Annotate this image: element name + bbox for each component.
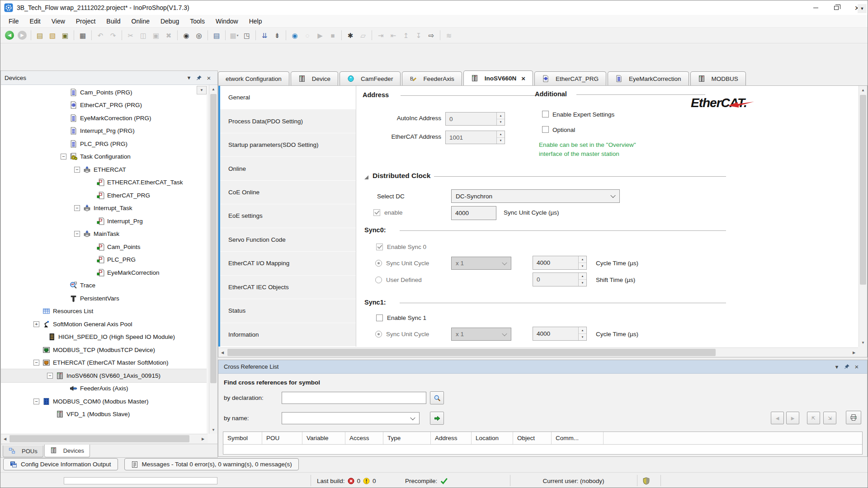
tree-vertical-scrollbar[interactable]: ▲ ▼ <box>209 85 217 434</box>
tree-item[interactable]: −MODBUS_COM0 (Modbus Master) <box>1 395 207 408</box>
spinner[interactable]: ▲▼ <box>496 113 505 125</box>
menu-tools[interactable]: Tools <box>184 16 210 27</box>
editor-tab-inosv660n[interactable]: InoSV660N× <box>463 70 533 85</box>
pin-icon[interactable] <box>842 362 852 371</box>
menu-build[interactable]: Build <box>101 16 126 27</box>
spinner[interactable]: ▲▼ <box>578 273 586 286</box>
scrollbar-thumb[interactable] <box>227 349 716 356</box>
tree-item[interactable]: −Interrupt_Task <box>1 202 207 215</box>
declaration-input[interactable] <box>282 392 426 404</box>
scrollbar-thumb[interactable] <box>210 94 217 383</box>
column-header-access[interactable]: Access <box>345 432 383 444</box>
toolbar-clipboard-button[interactable]: ▤ <box>211 29 222 41</box>
column-header-address[interactable]: Address <box>431 432 472 444</box>
toolbar-download-button[interactable]: ⇟ <box>271 29 283 41</box>
toolbar-new-window-button[interactable]: ◳ <box>241 29 253 41</box>
ethercat-address-input[interactable]: 1001 ▲▼ <box>445 131 505 144</box>
restore-button[interactable] <box>826 0 847 15</box>
enable-expert-settings-checkbox[interactable] <box>542 111 549 117</box>
tree-item[interactable]: ETHERCAT.EtherCAT_Task <box>1 176 207 189</box>
toolbar-save-button[interactable]: ▣ <box>59 29 71 41</box>
toolbar-back-button[interactable]: ◀ <box>4 29 15 41</box>
tree-item[interactable]: Interrupt_Prg <box>1 215 207 228</box>
sync0-user-defined-radio[interactable] <box>375 277 382 283</box>
panel-tab-devices[interactable]: Devices <box>44 445 90 457</box>
tree-item[interactable]: EtherCAT_PRG <box>1 189 207 202</box>
editor-tab-modbus[interactable]: MODBUS <box>690 71 746 85</box>
column-header-object[interactable]: Object <box>513 432 552 444</box>
menu-file[interactable]: File <box>3 16 24 27</box>
tree-item[interactable]: EtherCAT_PRG (PRG) <box>1 99 207 112</box>
tree-expander-minus-icon[interactable]: − <box>61 154 66 160</box>
panel-menu-icon[interactable]: ▼ <box>184 73 194 82</box>
nav-tab-startup-parameters-sdo-setting-[interactable]: Startup parameters(SDO Setting) <box>220 133 356 157</box>
tree-item[interactable]: −ETHERCAT <box>1 163 207 176</box>
column-header-pou[interactable]: POU <box>262 432 302 444</box>
tree-expander-minus-icon[interactable]: − <box>74 205 80 211</box>
nav-tab-servo-function-code[interactable]: Servo Function Code <box>220 228 356 252</box>
toolbar-print-button[interactable]: ▦ <box>77 29 89 41</box>
sync1-unit-cycle-radio[interactable] <box>375 331 382 338</box>
tree-item[interactable]: HIGH_SPEED_IO (High Speed IO Module) <box>1 331 207 344</box>
column-header-symbol[interactable]: Symbol <box>223 432 262 444</box>
toolbar-build-button[interactable]: ⇊ <box>259 29 270 41</box>
enable-sync1-checkbox[interactable] <box>376 314 383 321</box>
tree-expander-minus-icon[interactable]: − <box>33 399 39 404</box>
sync0-cycle-input[interactable]: 4000 ▲▼ <box>533 256 587 270</box>
tree-item[interactable]: −Task Configuration <box>1 150 207 164</box>
autoinc-address-input[interactable]: 0 ▲▼ <box>445 112 505 126</box>
close-tab-icon[interactable]: × <box>521 75 525 82</box>
toolbar-new-project-button[interactable]: ▤ <box>34 29 46 41</box>
select-dc-dropdown[interactable]: DC-Synchron <box>451 189 620 203</box>
nav-tab-status[interactable]: Status <box>220 299 356 323</box>
nav-tab-ethercat-i-o-mapping[interactable]: EtherCAT I/O Mapping <box>220 252 356 275</box>
minimize-button[interactable] <box>805 0 826 15</box>
nav-tab-online[interactable]: Online <box>220 157 356 180</box>
editor-tab-device[interactable]: Device <box>291 71 338 85</box>
tree-expander-minus-icon[interactable]: − <box>47 373 53 379</box>
nav-tab-ethercat-iec-objects[interactable]: EtherCAT IEC Objects <box>220 276 356 299</box>
editor-tab-ethercat-prg[interactable]: EtherCAT_PRG <box>534 71 606 85</box>
optional-checkbox[interactable] <box>542 126 549 133</box>
sync1-multiplier-dropdown[interactable]: x 1 <box>451 328 511 341</box>
tree-expander-minus-icon[interactable]: − <box>74 231 80 237</box>
column-header-location[interactable]: Location <box>472 432 513 444</box>
editor-tab-eyemarkcorrection[interactable]: EyeMarkCorrection <box>608 71 689 85</box>
tree-item[interactable]: Cam_Points <box>1 240 207 253</box>
editor-tab-feederaxis[interactable]: FeederAxis <box>402 71 462 85</box>
sync0-shift-input[interactable]: 0 ▲▼ <box>533 272 587 286</box>
tree-item[interactable]: EyeMarkCorrection (PRG) <box>1 112 207 125</box>
column-header-variable[interactable]: Variable <box>302 432 345 444</box>
scroll-left-icon[interactable]: ◀ <box>1 434 9 443</box>
tab-overflow-button[interactable]: ▼ <box>858 4 867 13</box>
tree-horizontal-scrollbar[interactable]: ◀ ▶ <box>1 434 208 443</box>
tree-item[interactable]: FeederAxis (Axis) <box>1 382 207 395</box>
tree-expander-plus-icon[interactable]: + <box>33 321 39 327</box>
nav-tab-general[interactable]: General <box>220 86 356 109</box>
tree-item[interactable]: Interrupt_Prg (PRG) <box>1 125 207 138</box>
tree-item[interactable]: +SoftMotion General Axis Pool <box>1 318 207 331</box>
scroll-up-icon[interactable]: ▲ <box>859 86 867 94</box>
tree-item[interactable]: PersistentVars <box>1 292 207 305</box>
next-reference-button[interactable]: ▶ <box>786 412 799 424</box>
goto-definition-button[interactable]: ⇱ <box>807 412 820 424</box>
close-icon[interactable]: × <box>852 362 862 371</box>
menu-view[interactable]: View <box>46 16 71 27</box>
toolbar-login-button[interactable]: ◉ <box>289 29 301 41</box>
scroll-down-icon[interactable]: ▼ <box>209 426 217 434</box>
tree-item[interactable]: Resources List <box>1 305 207 318</box>
menu-edit[interactable]: Edit <box>24 16 46 27</box>
menu-debug[interactable]: Debug <box>155 16 184 27</box>
security-status[interactable] <box>642 473 650 488</box>
tree-item[interactable]: Trace <box>1 279 207 292</box>
dc-cycle-input[interactable]: 4000 <box>451 206 496 220</box>
nav-tab-process-data-pdo-setting-[interactable]: Process Data(PDO Setting) <box>220 109 356 133</box>
previous-reference-button[interactable]: ◀ <box>771 412 784 424</box>
toolbar-jump-button[interactable]: ⇨ <box>425 29 437 41</box>
nav-tab-coe-online[interactable]: CoE Online <box>220 181 356 204</box>
name-combobox[interactable] <box>282 412 420 424</box>
tree-item[interactable]: −ETHERCAT (EtherCAT Master SoftMotion) <box>1 357 207 370</box>
spinner[interactable]: ▲▼ <box>578 327 586 340</box>
scrollbar-thumb[interactable] <box>9 435 189 442</box>
toolbar-open-project-button[interactable]: ▧ <box>47 29 58 41</box>
